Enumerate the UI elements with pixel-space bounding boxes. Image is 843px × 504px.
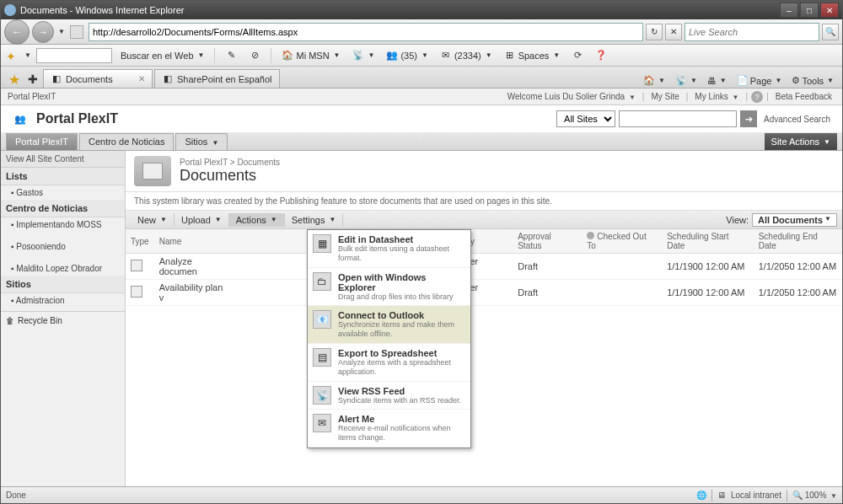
tab-close-icon[interactable]: ✕ (138, 74, 145, 83)
document-icon (131, 286, 142, 298)
documents-table: Type Name Modified By Approval Status Ch… (126, 229, 842, 306)
list-item-moss[interactable]: ▪ Implementando MOSS (1, 217, 125, 232)
menu-open-explorer[interactable]: 🗀 Open with Windows ExplorerDrag and dro… (308, 268, 470, 307)
msn-toolbar: ✦ ▼ Buscar en el Web▼ ✎ ⊘ 🏠Mi MSN▼ 📡▼ 👥(… (1, 45, 842, 67)
col-approval[interactable]: Approval Status (513, 229, 582, 254)
view-all-content-link[interactable]: View All Site Content (1, 151, 125, 168)
mail-button[interactable]: ✉(2334)▼ (437, 49, 496, 62)
messenger-button[interactable]: 👥(35)▼ (383, 49, 431, 62)
buscar-web-button[interactable]: Buscar en el Web▼ (117, 50, 208, 62)
toolbar-search-input[interactable] (36, 48, 112, 63)
new-button[interactable]: New▼ (131, 213, 175, 227)
menu-edit-datasheet[interactable]: ▦ Edit in DatasheetBulk edit items using… (308, 230, 470, 268)
page-content: Portal PlexIT Welcome Luis Du Solier Gri… (1, 88, 842, 486)
search-scope-select[interactable]: All Sites (556, 110, 615, 127)
menu-view-rss[interactable]: 📡 View RSS FeedSyndicate items with an R… (308, 382, 470, 410)
page-title: Documents (180, 167, 280, 185)
recycle-bin-link[interactable]: 🗑 Recycle Bin (1, 311, 125, 330)
help-toolbar-button[interactable]: ❓ (592, 49, 610, 62)
search-button[interactable]: 🔍 (822, 24, 839, 40)
library-icon (134, 156, 171, 186)
address-bar[interactable] (89, 23, 643, 41)
menu-export-spreadsheet[interactable]: ▤ Export to SpreadsheetAnalyze items wit… (308, 344, 470, 382)
msn-dropdown[interactable]: ▼ (24, 51, 31, 59)
security-zone: Local intranet (731, 491, 781, 500)
list-item-poso[interactable]: ▪ Posooniendo (1, 232, 125, 254)
site-actions-button[interactable]: Site Actions▼ (765, 133, 837, 150)
status-text: Done (6, 491, 26, 500)
breadcrumb[interactable]: Portal PlexIT > Documents (180, 158, 280, 167)
tab-favicon: ◧ (51, 73, 62, 85)
maximize-button[interactable]: □ (800, 3, 819, 18)
forward-button[interactable]: → (32, 21, 54, 43)
mysite-link[interactable]: My Site (647, 92, 682, 101)
browser-tab-sharepoint[interactable]: ◧ SharePoint en Español (154, 69, 280, 88)
minimize-button[interactable]: – (780, 3, 798, 18)
zone-icon: 🖥 (717, 491, 726, 500)
window-titlebar: Documents - Windows Internet Explorer – … (1, 1, 842, 19)
table-header-row: Type Name Modified By Approval Status Ch… (126, 229, 842, 254)
table-row[interactable]: Analyze documen :33 PM Luis Du Solier Gr… (126, 254, 842, 280)
welcome-menu[interactable]: Welcome Luis Du Solier Grinda ▼ (504, 92, 639, 101)
alert-icon: ✉ (313, 414, 331, 432)
view-selector[interactable]: All Documents▼ (752, 213, 837, 227)
page-header: Portal PlexIT > Documents Documents (126, 151, 842, 192)
tools-menu-button[interactable]: ⚙Tools▼ (788, 73, 837, 88)
col-checkedout[interactable]: Checked Out To (582, 229, 662, 254)
nav-tab-sitios[interactable]: Sitios ▼ (175, 133, 228, 150)
home-button[interactable]: 🏠▼ (640, 73, 668, 88)
site-title[interactable]: Portal PlexIT (36, 111, 118, 126)
list-item-gastos[interactable]: ▪ Gastos (1, 185, 125, 200)
site-search-input[interactable] (619, 110, 737, 127)
feeds-button[interactable]: 📡▼ (672, 73, 701, 88)
add-favorite-icon[interactable]: ✚ (24, 71, 41, 88)
col-name[interactable]: Name (154, 229, 230, 254)
mylinks-menu[interactable]: My Links ▼ (691, 92, 742, 101)
zoom-level[interactable]: 🔍 100% ▼ (792, 491, 837, 500)
help-icon[interactable]: ? (751, 91, 763, 103)
actions-button[interactable]: Actions▼ (229, 213, 285, 227)
site-root-link[interactable]: Portal PlexIT (8, 92, 56, 101)
stop-button[interactable]: ✕ (665, 24, 682, 40)
table-row[interactable]: Availability plan v :33 PM Luis Du Solie… (126, 280, 842, 306)
refresh-button[interactable]: ↻ (646, 24, 663, 40)
col-schedend[interactable]: Scheduling End Date (754, 229, 842, 254)
list-item-admin[interactable]: ▪ Admistracion (1, 293, 125, 308)
advanced-search-link[interactable]: Advanced Search (760, 115, 834, 124)
col-type[interactable]: Type (126, 229, 154, 254)
back-button[interactable]: ← (4, 19, 30, 45)
phishing-icon[interactable]: 🌐 (696, 491, 706, 500)
window-title: Documents - Windows Internet Explorer (20, 5, 780, 15)
butterfly-icon: ✦ (6, 50, 18, 62)
rss-button[interactable]: 📡▼ (349, 49, 379, 62)
upload-button[interactable]: Upload▼ (175, 213, 229, 227)
outlook-icon: 📧 (313, 310, 331, 329)
recycle-icon: 🗑 (6, 316, 14, 325)
sync-button[interactable]: ⟳ (568, 49, 587, 62)
nav-history-dropdown[interactable]: ▼ (58, 28, 65, 35)
view-label: View: (726, 215, 749, 225)
beta-feedback-link[interactable]: Beta Feedback (772, 92, 835, 101)
search-go-button[interactable]: ➔ (740, 110, 757, 127)
popup-button[interactable]: ⊘ (245, 49, 264, 62)
menu-alert-me[interactable]: ✉ Alert MeReceive e-mail notifications w… (308, 410, 470, 448)
centro-heading: Centro de Noticias (1, 200, 125, 217)
menu-connect-outlook[interactable]: 📧 Connect to OutlookSynchronize items an… (308, 306, 470, 344)
col-schedstart[interactable]: Scheduling Start Date (662, 229, 754, 254)
favorites-star-icon[interactable]: ★ (6, 71, 23, 88)
mi-msn-button[interactable]: 🏠Mi MSN▼ (278, 49, 343, 62)
nav-tab-portal[interactable]: Portal PlexIT (6, 133, 78, 150)
sitios-heading: Sitios (1, 276, 125, 293)
print-button[interactable]: 🖶▼ (704, 74, 730, 88)
live-search-input[interactable] (685, 23, 819, 41)
spaces-button[interactable]: ⊞Spaces▼ (501, 49, 564, 62)
highlight-button[interactable]: ✎ (222, 49, 240, 62)
page-menu-button[interactable]: 📄Page▼ (733, 73, 786, 88)
tab-label: Documents (66, 74, 113, 84)
lists-heading: Lists (1, 168, 125, 185)
nav-tab-centro[interactable]: Centro de Noticias (79, 133, 175, 150)
close-button[interactable]: ✕ (820, 3, 839, 18)
settings-button[interactable]: Settings▼ (285, 213, 344, 227)
browser-tab-documents[interactable]: ◧ Documents ✕ (43, 69, 153, 88)
list-item-maldito[interactable]: ▪ Maldito Lopez Obrador (1, 254, 125, 276)
